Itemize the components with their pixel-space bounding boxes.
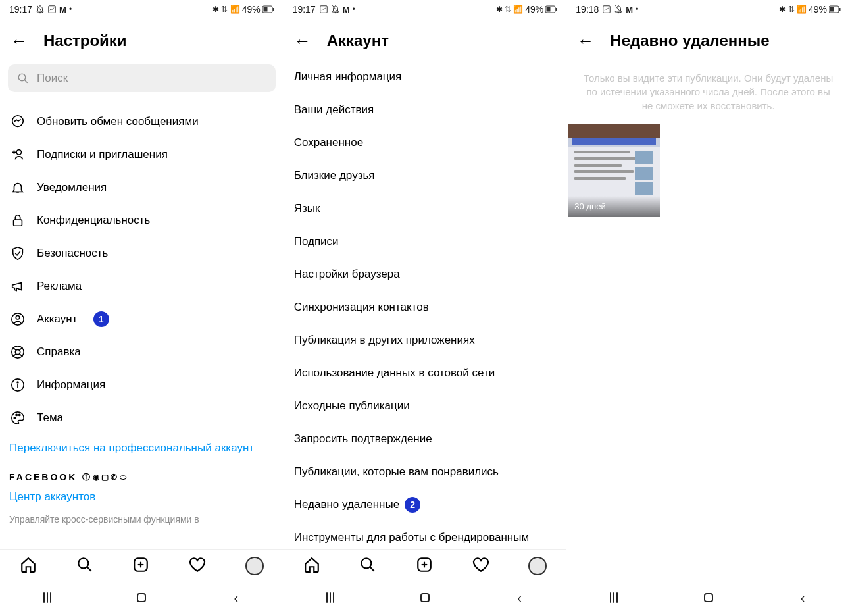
status-bar: 19:18 M • ✱ ⇅ 📶 49% (566, 0, 850, 18)
battery-icon (262, 5, 274, 13)
settings-item-account[interactable]: Аккаунт 1 (9, 303, 274, 336)
bottom-nav (0, 549, 284, 582)
nav-search-icon[interactable] (76, 556, 93, 576)
settings-item-notifications[interactable]: Уведомления (9, 171, 274, 204)
status-notif-icons: M • (36, 5, 72, 14)
step-badge-2: 2 (405, 497, 420, 513)
settings-item-about[interactable]: Информация (9, 369, 274, 401)
nav-profile-icon[interactable] (245, 557, 264, 575)
deleted-post-thumbnail[interactable]: 30 дней (568, 124, 660, 217)
svg-rect-3 (272, 8, 274, 11)
nav-profile-icon[interactable] (528, 557, 547, 575)
status-battery: 49% (525, 4, 543, 14)
battery-icon (829, 5, 841, 13)
sys-recents[interactable] (601, 592, 627, 603)
account-item-recently-deleted[interactable]: Недавно удаленные 2 (294, 488, 557, 521)
sys-home[interactable] (695, 593, 722, 602)
status-sys-icons: ✱ ⇅ 📶 (779, 5, 807, 14)
facebook-product-icons: ⓕ ◉ ▢ ✆ ⬭ (82, 472, 126, 483)
sys-home[interactable] (412, 593, 438, 602)
settings-item-help[interactable]: Справка (9, 336, 274, 369)
nav-search-icon[interactable] (359, 556, 376, 576)
svg-point-17 (16, 414, 17, 415)
sys-back[interactable]: ‹ (789, 590, 816, 605)
search-placeholder: Поиск (37, 72, 68, 85)
account-list: Личная информация Ваши действия Сохранен… (284, 61, 567, 554)
nav-home-icon[interactable] (303, 556, 320, 576)
status-battery: 49% (809, 4, 827, 14)
account-item[interactable]: Публикации, которые вам понравились (294, 455, 557, 488)
account-item[interactable]: Подписи (294, 225, 557, 258)
settings-item-messaging[interactable]: Обновить обмен сообщениями (9, 105, 274, 138)
sys-home[interactable] (128, 593, 155, 602)
account-item[interactable]: Сохраненное (294, 126, 557, 159)
system-nav: ‹ (566, 584, 850, 611)
svg-point-12 (15, 349, 20, 354)
svg-line-29 (370, 567, 374, 571)
nav-home-icon[interactable] (20, 556, 37, 576)
account-item[interactable]: Исходные публикации (294, 390, 557, 423)
account-item[interactable]: Настройки браузера (294, 258, 557, 291)
sys-recents[interactable] (34, 592, 61, 603)
svg-point-18 (19, 414, 20, 415)
status-sys-icons: ✱ ⇅ 📶 (496, 5, 524, 14)
status-bar: 19:17 M • ✱ ⇅ 📶 49% (0, 0, 284, 18)
link-pro-account[interactable]: Переключиться на профессиональный аккаун… (0, 434, 284, 460)
screen-recently-deleted: 19:18 M • ✱ ⇅ 📶 49% ← Недавно удаленные … (566, 0, 850, 616)
screen-settings: 19:17 M • ✱ ⇅ 📶 49% ← Настройки Поиск Об… (0, 0, 284, 616)
info-icon (9, 378, 26, 392)
status-notif-icons: M • (602, 5, 638, 14)
sys-back[interactable]: ‹ (507, 590, 533, 605)
palette-icon (9, 411, 26, 425)
nav-activity-icon[interactable] (472, 556, 489, 576)
nav-activity-icon[interactable] (189, 556, 206, 576)
sys-recents[interactable] (317, 592, 343, 603)
sys-back[interactable]: ‹ (223, 590, 249, 605)
svg-rect-27 (556, 8, 557, 11)
account-item[interactable]: Запросить подтверждение (294, 423, 557, 455)
page-title: Недавно удаленные (610, 32, 769, 50)
settings-item-ads[interactable]: Реклама (9, 270, 274, 303)
bottom-nav (284, 549, 567, 582)
shield-icon (9, 246, 26, 261)
svg-point-16 (14, 417, 15, 419)
settings-item-follow[interactable]: Подписки и приглашения (9, 138, 274, 171)
nav-create-icon[interactable] (132, 556, 149, 576)
person-plus-icon (9, 147, 26, 162)
svg-rect-36 (839, 8, 840, 11)
account-item[interactable]: Личная информация (294, 61, 557, 93)
settings-item-privacy[interactable]: Конфиденциальность (9, 204, 274, 237)
status-notif-icons: M • (319, 5, 355, 14)
footer-muted-text: Управляйте кросс-сервисными функциями в (0, 509, 284, 530)
account-item[interactable]: Ваши действия (294, 93, 557, 126)
back-arrow-icon[interactable]: ← (11, 32, 28, 49)
system-nav: ‹ (284, 584, 567, 611)
back-arrow-icon[interactable]: ← (577, 32, 594, 49)
link-accounts-center[interactable]: Центр аккаунтов (0, 484, 284, 509)
screen-account: 19:17 M • ✱ ⇅ 📶 49% ← Аккаунт Личная инф… (284, 0, 567, 616)
search-input[interactable]: Поиск (8, 64, 276, 92)
facebook-section-header: FACEBOOK ⓕ ◉ ▢ ✆ ⬭ (0, 460, 284, 484)
nav-create-icon[interactable] (416, 556, 433, 576)
svg-line-5 (24, 80, 28, 83)
status-sys-icons: ✱ ⇅ 📶 (213, 5, 240, 14)
app-header: ← Настройки (0, 18, 284, 61)
account-item[interactable]: Публикация в других приложениях (294, 324, 557, 357)
bell-icon (9, 180, 26, 195)
settings-item-theme[interactable]: Тема (9, 401, 274, 434)
step-badge-1: 1 (93, 311, 109, 327)
settings-item-security[interactable]: Безопасность (9, 237, 274, 270)
svg-point-7 (16, 150, 21, 155)
battery-icon (545, 5, 557, 13)
account-item[interactable]: Близкие друзья (294, 159, 557, 192)
account-item[interactable]: Использование данных в сотовой сети (294, 357, 557, 390)
account-item[interactable]: Язык (294, 192, 557, 225)
system-nav: ‹ (0, 584, 284, 611)
search-icon (17, 72, 29, 84)
app-header: ← Аккаунт (284, 18, 567, 61)
svg-rect-26 (547, 7, 551, 12)
account-item[interactable]: Синхронизация контактов (294, 291, 557, 324)
back-arrow-icon[interactable]: ← (294, 32, 311, 49)
page-title: Настройки (43, 32, 127, 50)
settings-list: Обновить обмен сообщениями Подписки и пр… (0, 105, 284, 434)
